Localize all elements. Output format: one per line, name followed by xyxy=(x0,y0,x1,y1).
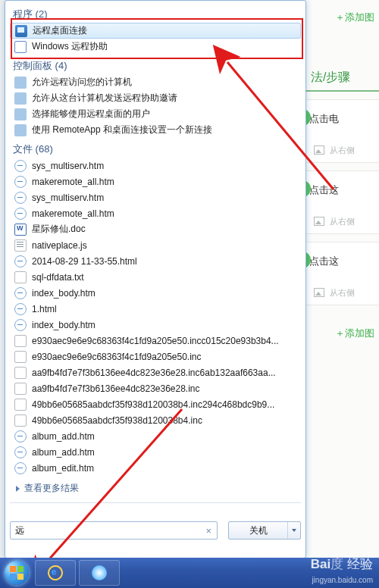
search-result-item[interactable]: 允许远程访问您的计算机 xyxy=(10,74,301,90)
search-result-item[interactable]: album_edit.htm xyxy=(10,460,301,476)
search-result-item[interactable]: sys_multiserv.htm xyxy=(10,189,301,205)
taskbar: Bai度 经验 jingyan.baidu.com xyxy=(0,558,379,588)
start-button[interactable] xyxy=(0,558,33,588)
search-result-item[interactable]: album_add.htm xyxy=(10,444,301,460)
inc-icon xyxy=(14,335,27,347)
taskbar-ie-button[interactable] xyxy=(35,560,76,586)
htm-icon xyxy=(14,192,27,204)
search-result-item[interactable]: aa9fb4fd7e7f3b6136ee4dc823e36e28.inc xyxy=(10,380,301,396)
search-result-item[interactable]: index_body.htm xyxy=(10,285,301,301)
inc-icon xyxy=(14,414,27,427)
search-result-label: sql-dfdata.txt xyxy=(32,272,84,283)
search-box[interactable]: × xyxy=(10,521,218,540)
search-result-label: 1.html xyxy=(32,304,57,314)
shutdown-button[interactable]: 关机 xyxy=(228,521,301,540)
shutdown-label: 关机 xyxy=(229,524,287,537)
search-result-label: index_body.htm xyxy=(32,320,96,330)
inc-icon xyxy=(14,351,27,363)
htm-icon xyxy=(14,176,27,188)
search-result-label: aa9fb4fd7e7f3b6136ee4dc823e36e28.inc6ab1… xyxy=(32,368,276,378)
search-result-item[interactable]: 使用 RemoteApp 和桌面连接设置一个新连接 xyxy=(10,122,301,138)
steps-list: 1 点击电 从右侧 2 点击这 从右侧 3 点击这 xyxy=(303,90,379,305)
start-menu-footer: × 关机 xyxy=(10,502,301,552)
step-text: 点击这 xyxy=(309,183,379,197)
chevron-right-icon xyxy=(16,486,20,492)
search-result-item[interactable]: 星际修仙.doc xyxy=(10,221,301,237)
htm-icon xyxy=(14,287,27,299)
media-icon xyxy=(92,565,107,580)
search-result-item[interactable]: sys_multiserv.htm xyxy=(10,158,301,174)
htm-icon xyxy=(14,208,27,220)
step-item: 1 点击电 从右侧 xyxy=(303,99,379,163)
add-image-link[interactable]: ＋添加图 xyxy=(303,327,374,340)
search-result-item[interactable]: 49bb6e05685aabdcf35f938d120038b4.inc xyxy=(10,412,301,428)
htm-icon xyxy=(14,160,27,172)
search-result-label: 星际修仙.doc xyxy=(32,223,86,236)
search-result-label: e930aec9e6e9c68363f4c1fd9a205e50.incc015… xyxy=(32,336,279,346)
windows-orb-icon xyxy=(5,561,29,585)
search-result-item[interactable]: 允许从这台计算机发送远程协助邀请 xyxy=(10,90,301,106)
cpl-icon xyxy=(14,92,27,105)
add-image-link[interactable]: ＋添加图 xyxy=(303,0,379,24)
search-result-item[interactable]: sql-dfdata.txt xyxy=(10,269,301,285)
search-result-item[interactable]: 49bb6e05685aabdcf35f938d120038b4.inc294c… xyxy=(10,396,301,412)
search-input[interactable] xyxy=(14,524,203,536)
search-result-item[interactable]: 1.html xyxy=(10,301,301,317)
search-result-label: sys_multiserv.htm xyxy=(32,192,104,203)
search-result-label: 允许远程访问您的计算机 xyxy=(32,76,132,89)
picture-icon xyxy=(314,217,324,226)
search-result-item[interactable]: aa9fb4fd7e7f3b6136ee4dc823e36e28.inc6ab1… xyxy=(10,364,301,380)
search-result-item[interactable]: makeremote_all.htm xyxy=(10,174,301,189)
htm-icon xyxy=(14,462,27,474)
search-result-label: 选择能够使用远程桌面的用户 xyxy=(32,108,150,120)
see-more-results[interactable]: 查看更多结果 xyxy=(10,476,301,498)
search-result-label: e930aec9e6e9c68363f4c1fd9a205e50.inc xyxy=(32,352,202,362)
step-item: 2 点击这 从右侧 xyxy=(303,170,379,234)
search-result-item[interactable]: e930aec9e6e9c68363f4c1fd9a205e50.incc015… xyxy=(10,333,301,349)
cpl-icon xyxy=(14,108,27,120)
search-result-item[interactable]: Windows 远程协助 xyxy=(10,39,301,55)
search-result-item[interactable]: nativeplace.js xyxy=(10,237,301,253)
step-image-source: 从右侧 xyxy=(314,287,355,299)
search-result-label: 远程桌面连接 xyxy=(33,24,87,37)
search-result-item[interactable]: makeremote_all.htm xyxy=(10,205,301,221)
search-result-item[interactable]: album_add.htm xyxy=(10,428,301,444)
ie-icon xyxy=(46,564,64,582)
search-result-label: Windows 远程协助 xyxy=(32,40,108,53)
step-text: 点击电 xyxy=(309,112,379,126)
search-result-item[interactable]: index_body.htm xyxy=(10,317,301,333)
clear-search-icon[interactable]: × xyxy=(203,525,214,536)
group-controlpanel-title: 控制面板 (4) xyxy=(10,55,301,74)
search-result-label: 使用 RemoteApp 和桌面连接设置一个新连接 xyxy=(32,124,212,136)
search-result-label: 49bb6e05685aabdcf35f938d120038b4.inc xyxy=(32,415,202,426)
cpl-icon xyxy=(14,124,27,136)
search-result-item[interactable]: 远程桌面连接 xyxy=(10,23,301,39)
inc-icon xyxy=(14,383,27,395)
htm-icon xyxy=(14,319,27,331)
htm-icon xyxy=(14,446,27,458)
picture-icon xyxy=(314,145,324,155)
search-result-label: index_body.htm xyxy=(32,288,96,299)
htm-icon xyxy=(14,255,27,267)
htm-icon xyxy=(14,430,27,443)
step-item: 3 点击这 从右侧 xyxy=(303,242,379,305)
search-result-item[interactable]: e930aec9e6e9c68363f4c1fd9a205e50.inc xyxy=(10,349,301,364)
search-result-label: 49bb6e05685aabdcf35f938d120038b4.inc294c… xyxy=(32,399,274,410)
inc-icon xyxy=(14,399,27,411)
group-files-title: 文件 (68) xyxy=(10,138,301,158)
step-image-source: 从右侧 xyxy=(314,216,355,227)
search-result-label: aa9fb4fd7e7f3b6136ee4dc823e36e28.inc xyxy=(32,383,200,394)
taskbar-media-button[interactable] xyxy=(79,560,120,586)
picture-icon xyxy=(314,288,324,297)
search-result-label: album_add.htm xyxy=(32,431,95,442)
steps-header: 法/步骤 xyxy=(311,70,379,86)
search-result-label: album_edit.htm xyxy=(32,463,94,474)
search-result-item[interactable]: 2014-08-29 11-33-55.html xyxy=(10,253,301,269)
search-result-label: makeremote_all.htm xyxy=(32,177,114,187)
help-icon xyxy=(14,41,27,53)
search-result-item[interactable]: 选择能够使用远程桌面的用户 xyxy=(10,106,301,122)
doc-icon xyxy=(14,224,27,236)
page-background: ＋添加图 法/步骤 1 点击电 从右侧 2 点击这 从右侧 3 xyxy=(302,0,379,558)
start-menu-panel: 程序 (2) 远程桌面连接Windows 远程协助 控制面板 (4) 允许远程访… xyxy=(5,0,306,558)
shutdown-dropdown[interactable] xyxy=(287,522,300,539)
